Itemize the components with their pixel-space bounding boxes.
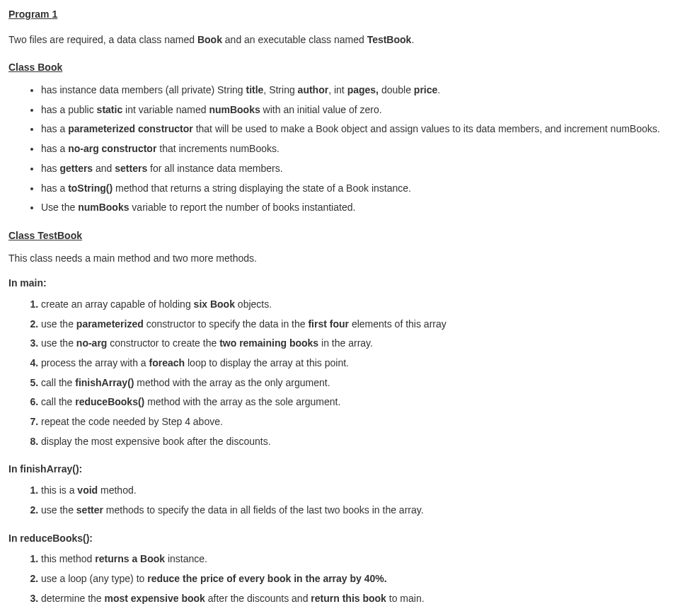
bold-text: price	[414, 84, 437, 95]
text: that increments numBooks.	[156, 143, 280, 154]
program-title: Program 1	[8, 7, 677, 23]
text: constructor to create the	[107, 337, 219, 349]
text: use the	[41, 318, 76, 330]
bold-text: returns a Book	[95, 553, 165, 564]
text: loop to display the array at this point.	[185, 357, 349, 368]
text: with an initial value of zero.	[260, 104, 382, 115]
text: has	[41, 163, 59, 174]
list-item: process the array with a foreach loop to…	[41, 356, 677, 371]
text: , String	[263, 84, 297, 95]
list-item: has a toString() method that returns a s…	[41, 181, 677, 197]
class-book-list: has instance data members (all private) …	[8, 83, 677, 216]
list-item: this method returns a Book instance.	[41, 552, 677, 567]
text: has a	[41, 143, 68, 154]
list-item: Use the numBooks variable to report the …	[41, 200, 677, 216]
bold-text: parameterized	[76, 318, 144, 330]
bold-text: getters	[59, 163, 93, 174]
list-item: has a parameterized constructor that wil…	[41, 122, 677, 137]
list-item: has instance data members (all private) …	[41, 83, 677, 98]
list-item: use the no-arg constructor to create the…	[41, 336, 677, 351]
bold-text: six Book	[194, 298, 235, 310]
bold-text: Book	[197, 34, 222, 45]
text: constructor to specify the data in the	[144, 318, 309, 330]
text: this is a	[41, 484, 77, 496]
text: create an array capable of holding	[41, 298, 194, 310]
bold-text: numBooks	[209, 104, 260, 115]
text: has a	[41, 182, 68, 194]
class-book-heading: Class Book	[8, 60, 677, 76]
text: process the array with a	[41, 357, 149, 368]
list-item: create an array capable of holding six B…	[41, 297, 677, 313]
text: in the array.	[318, 337, 373, 349]
text: repeat the code needed by Step 4 above.	[41, 416, 223, 427]
text: use a loop (any type) to	[41, 573, 147, 584]
list-item: call the reduceBooks() method with the a…	[41, 395, 677, 410]
text: has a public	[41, 104, 97, 115]
class-testbook-heading: Class TestBook	[8, 228, 677, 244]
bold-text: two remaining books	[219, 337, 318, 349]
list-item: use the setter methods to specify the da…	[41, 503, 677, 518]
text: .	[411, 34, 414, 45]
in-finisharray-list: this is a void method. use the setter me…	[8, 483, 677, 518]
list-item: determine the most expensive book after …	[41, 591, 677, 607]
list-item: repeat the code needed by Step 4 above.	[41, 414, 677, 430]
text: that will be used to make a Book object …	[193, 123, 660, 134]
text: call the	[41, 396, 75, 407]
text: for all instance data members.	[147, 163, 282, 174]
bold-text: title	[246, 84, 263, 95]
text: method.	[98, 484, 136, 496]
in-main-label: In main:	[8, 276, 677, 291]
in-finisharray-label: In finishArray():	[8, 462, 677, 477]
list-item: this is a void method.	[41, 483, 677, 499]
bold-text: reduceBooks()	[75, 396, 144, 407]
text: method with the array as the only argume…	[134, 377, 330, 388]
bold-text: TestBook	[367, 34, 412, 45]
text: elements of this array	[349, 318, 447, 330]
text: , int	[328, 84, 347, 95]
bold-text: reduce the price of every book in the ar…	[147, 573, 386, 584]
in-main-list: create an array capable of holding six B…	[8, 297, 677, 450]
bold-text: setters	[115, 163, 147, 174]
bold-text: return this book	[311, 593, 386, 604]
text: has a	[41, 123, 68, 134]
text: and	[93, 163, 115, 174]
text: .	[437, 84, 440, 95]
text: determine the	[41, 593, 105, 604]
bold-text: toString()	[68, 182, 113, 194]
list-item: display the most expensive book after th…	[41, 434, 677, 450]
list-item: has getters and setters for all instance…	[41, 161, 677, 177]
text: objects.	[235, 298, 272, 310]
bold-text: most expensive book	[105, 593, 205, 604]
text: instance.	[165, 553, 207, 564]
bold-text: first four	[308, 318, 349, 330]
text: use the	[41, 337, 76, 349]
text: call the	[41, 377, 75, 388]
list-item: use the parameterized constructor to spe…	[41, 317, 677, 332]
text: after the discounts and	[205, 593, 311, 604]
list-item: call the finishArray() method with the a…	[41, 376, 677, 391]
text: method that returns a string displaying …	[113, 182, 411, 194]
text: use the	[41, 504, 76, 516]
text: this method	[41, 553, 95, 564]
bold-text: pages,	[347, 84, 379, 95]
text: methods to specify the data in all field…	[103, 504, 424, 516]
text: display the most expensive book after th…	[41, 436, 271, 447]
in-reducebooks-label: In reduceBooks():	[8, 531, 677, 547]
in-reducebooks-list: this method returns a Book instance. use…	[8, 552, 677, 606]
intro-paragraph: Two files are required, a data class nam…	[8, 33, 677, 48]
bold-text: no-arg	[76, 337, 108, 349]
bold-text: void	[77, 484, 98, 496]
list-item: has a public static int variable named n…	[41, 103, 677, 118]
list-item: use a loop (any type) to reduce the pric…	[41, 571, 677, 587]
text: Use the	[41, 202, 78, 213]
bold-text: static	[97, 104, 123, 115]
bold-text: finishArray()	[75, 377, 134, 388]
testbook-description: This class needs a main method and two m…	[8, 251, 677, 267]
text: int variable named	[122, 104, 209, 115]
bold-text: author	[298, 84, 329, 95]
bold-text: numBooks	[78, 202, 129, 213]
text: has instance data members (all private) …	[41, 84, 246, 95]
text: method with the array as the sole argume…	[144, 396, 340, 407]
bold-text: foreach	[149, 357, 185, 368]
text: Two files are required, a data class nam…	[8, 34, 197, 45]
